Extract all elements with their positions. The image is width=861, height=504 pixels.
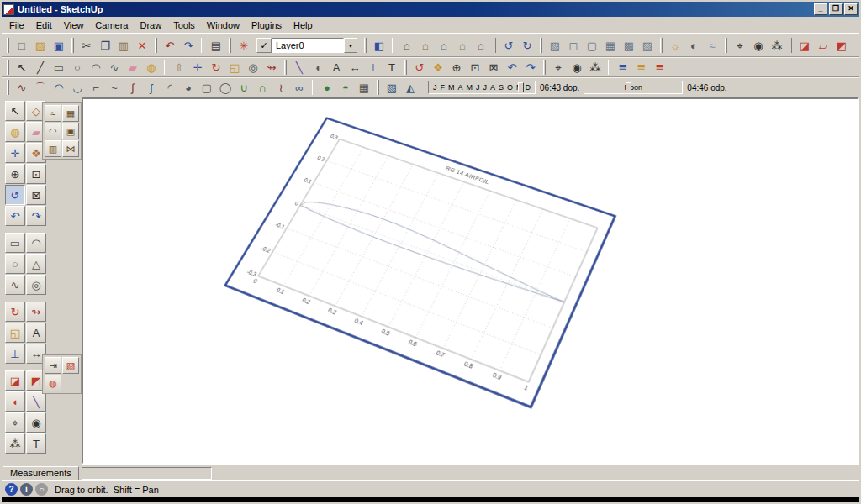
toolbar-handle[interactable] bbox=[725, 38, 727, 53]
mesh-button[interactable]: ▦ bbox=[356, 79, 372, 96]
undo-button[interactable]: ↶ bbox=[161, 37, 178, 54]
toolbar-handle[interactable] bbox=[543, 60, 546, 75]
red-cube-button[interactable]: ▧ bbox=[62, 357, 79, 374]
eraser-button[interactable]: ▰ bbox=[124, 59, 141, 76]
minimize-button[interactable]: _ bbox=[814, 3, 827, 15]
paste-button[interactable]: ▥ bbox=[115, 37, 132, 54]
move-button[interactable]: ✛ bbox=[189, 59, 206, 76]
pie-button[interactable]: ◕ bbox=[180, 79, 197, 96]
titlebar[interactable]: Untitled - SketchUp _ ❐ ✕ bbox=[2, 2, 859, 17]
sine-curve-button[interactable]: ≀ bbox=[272, 79, 289, 96]
move-button[interactable]: ✛ bbox=[5, 143, 25, 163]
wireframe-style-button[interactable]: ◻ bbox=[565, 37, 582, 54]
arc-button[interactable]: ◠ bbox=[26, 233, 46, 253]
toolbar-handle[interactable] bbox=[7, 80, 9, 95]
toolbar-handle[interactable] bbox=[494, 38, 496, 53]
menu-view[interactable]: View bbox=[58, 18, 90, 33]
3d-text-button[interactable]: T bbox=[26, 433, 46, 454]
loop-curve-button[interactable]: ∞ bbox=[291, 79, 308, 96]
shadow-time-slider[interactable]: Noon bbox=[584, 81, 683, 94]
next-view-button[interactable]: ↷ bbox=[26, 206, 46, 226]
menu-file[interactable]: File bbox=[3, 18, 30, 33]
look-around-button[interactable]: ◉ bbox=[750, 37, 767, 54]
3d-text-button[interactable]: T bbox=[383, 59, 400, 76]
layer-combo[interactable]: ✓ Layer0 ▼ bbox=[256, 37, 357, 54]
toolbar-handle[interactable] bbox=[164, 60, 166, 75]
prism-button[interactable]: ◭ bbox=[402, 79, 419, 96]
menu-tools[interactable]: Tools bbox=[167, 18, 201, 33]
axes-tool-button[interactable]: ⊥ bbox=[365, 59, 382, 76]
axes-button[interactable]: ⊥ bbox=[5, 344, 25, 364]
toolbar-handle[interactable] bbox=[404, 60, 407, 75]
arrow-into-box-button[interactable]: ⇥ bbox=[45, 357, 61, 374]
look-around-button[interactable]: ◉ bbox=[568, 59, 585, 76]
next-view-button[interactable]: ↷ bbox=[522, 59, 539, 76]
follow-me-button[interactable]: ↬ bbox=[263, 59, 280, 76]
fog-button[interactable]: ≈ bbox=[704, 37, 721, 54]
uv-sphere-button[interactable]: ● bbox=[319, 79, 335, 96]
shadow-settings-button[interactable]: ◐ bbox=[685, 37, 702, 54]
toolbar-handle[interactable] bbox=[540, 38, 542, 53]
menu-window[interactable]: Window bbox=[201, 18, 246, 33]
shaded-textures-style-button[interactable]: ▩ bbox=[621, 37, 637, 54]
scale-button[interactable]: ◱ bbox=[5, 323, 25, 343]
freehand-curve-button[interactable]: ∿ bbox=[13, 79, 30, 96]
monochrome-style-button[interactable]: ▨ bbox=[639, 37, 656, 54]
layer-manager-button[interactable]: ◧ bbox=[371, 37, 388, 54]
layers-stack-red-button[interactable]: ≣ bbox=[652, 59, 668, 76]
sandbox-from-contours-button[interactable]: ≈ bbox=[45, 105, 61, 122]
box-button[interactable]: ▧ bbox=[383, 79, 400, 96]
catmull-spline-button[interactable]: ∫ bbox=[124, 79, 141, 96]
sandbox-from-scratch-button[interactable]: ▦ bbox=[62, 105, 79, 122]
zoom-button[interactable]: ⊕ bbox=[5, 164, 25, 184]
menu-edit[interactable]: Edit bbox=[30, 18, 58, 33]
previous-view-button[interactable]: ↶ bbox=[5, 206, 25, 226]
menu-camera[interactable]: Camera bbox=[89, 18, 134, 33]
n-curve-button[interactable]: ∩ bbox=[254, 79, 271, 96]
erase-button[interactable]: ✕ bbox=[134, 37, 151, 54]
right-view-button[interactable]: ⌂ bbox=[454, 37, 471, 54]
paint-bucket-button[interactable]: ◍ bbox=[143, 59, 160, 76]
back-view-button[interactable]: ⌂ bbox=[473, 37, 489, 54]
zoom-window-button[interactable]: ⊡ bbox=[26, 164, 46, 184]
hidden-line-style-button[interactable]: ▢ bbox=[584, 37, 600, 54]
toolbar-handle[interactable] bbox=[201, 38, 203, 53]
select-button[interactable]: ↖ bbox=[13, 59, 30, 76]
orbit-status-icon[interactable]: ○ bbox=[35, 483, 48, 496]
zoom-button[interactable]: ⊕ bbox=[448, 59, 465, 76]
orbit-button[interactable]: ↺ bbox=[411, 59, 428, 76]
shadow-date-slider[interactable]: JFMAMJJASOND bbox=[428, 81, 536, 94]
toolbar-handle[interactable] bbox=[790, 38, 792, 53]
close-button[interactable]: ✕ bbox=[844, 3, 858, 15]
toolbar-handle[interactable] bbox=[7, 60, 9, 75]
position-camera-button[interactable]: ⌖ bbox=[550, 59, 567, 76]
layers-stack-blue-button[interactable]: ≣ bbox=[615, 59, 631, 76]
polygon-button[interactable]: △ bbox=[26, 254, 46, 274]
follow-me-button[interactable]: ↬ bbox=[26, 302, 46, 322]
circle-button[interactable]: ○ bbox=[69, 59, 86, 76]
toolbar-handle[interactable] bbox=[284, 60, 287, 75]
help-icon[interactable]: ? bbox=[5, 483, 18, 496]
menu-draw[interactable]: Draw bbox=[134, 18, 167, 33]
previous-view-button[interactable]: ↶ bbox=[504, 59, 520, 76]
toolbar-handle[interactable] bbox=[392, 38, 394, 53]
red-circle-button[interactable]: ◍ bbox=[45, 375, 61, 391]
b-spline-button[interactable]: ʃ bbox=[143, 79, 160, 96]
section-plane-button[interactable]: ◪ bbox=[796, 37, 813, 54]
toolbar-handle[interactable] bbox=[155, 38, 157, 53]
layer-visible-check-icon[interactable]: ✓ bbox=[256, 38, 272, 53]
zoom-extents-button[interactable]: ⊠ bbox=[26, 185, 46, 205]
layers-stack-yellow-button[interactable]: ≣ bbox=[633, 59, 650, 76]
shadow-date-slider-thumb[interactable] bbox=[518, 82, 524, 92]
ellipse-button[interactable]: ◯ bbox=[217, 79, 234, 96]
walk-button[interactable]: ⁂ bbox=[5, 433, 25, 454]
toolbar-handle[interactable] bbox=[660, 38, 663, 53]
info-icon[interactable]: i bbox=[20, 483, 33, 496]
parabola-button[interactable]: ∪ bbox=[235, 79, 252, 96]
section-plane-button[interactable]: ◪ bbox=[5, 370, 25, 391]
text-button[interactable]: A bbox=[328, 59, 345, 76]
cubic-bezier-button[interactable]: ◠ bbox=[50, 79, 67, 96]
display-shadows-button[interactable]: ☼ bbox=[667, 37, 684, 54]
position-camera-button[interactable]: ⌖ bbox=[5, 412, 25, 433]
print-button[interactable]: ▤ bbox=[208, 37, 224, 54]
